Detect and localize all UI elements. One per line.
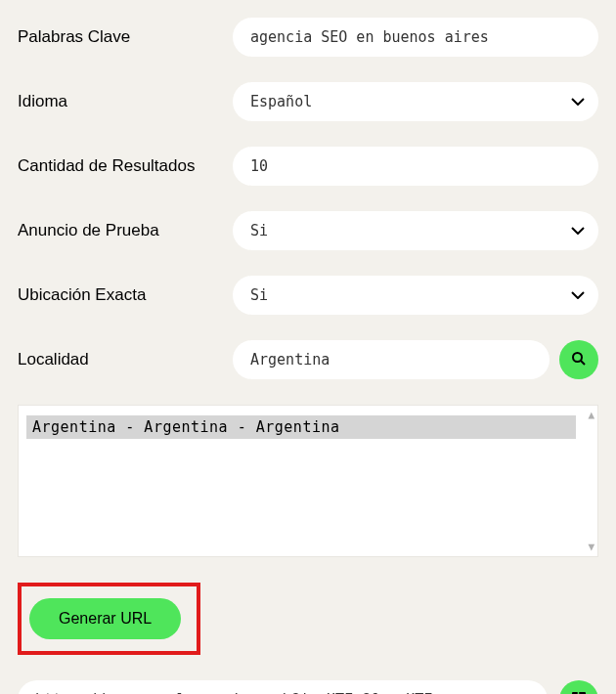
locality-label: Localidad (18, 350, 223, 369)
language-row: Idioma Español (18, 82, 598, 121)
search-icon (571, 351, 587, 369)
locality-input[interactable] (233, 340, 550, 379)
language-label: Idioma (18, 92, 223, 111)
open-url-button[interactable] (559, 680, 598, 694)
test-ad-select[interactable]: Si (233, 211, 598, 250)
list-item[interactable]: Argentina - Argentina - Argentina (26, 415, 576, 439)
search-button[interactable] (559, 340, 598, 379)
results-count-input[interactable] (233, 147, 598, 186)
test-ad-row: Anuncio de Prueba Si (18, 211, 598, 250)
exact-location-row: Ubicación Exacta Si (18, 276, 598, 315)
results-count-row: Cantidad de Resultados (18, 147, 598, 186)
results-list-box[interactable]: Argentina - Argentina - Argentina ▲ ▼ (18, 405, 598, 557)
svg-line-1 (581, 361, 585, 365)
locality-row: Localidad (18, 340, 598, 379)
keywords-label: Palabras Clave (18, 27, 223, 47)
generate-url-button[interactable]: Generar URL (29, 598, 181, 639)
keywords-input[interactable] (233, 18, 598, 57)
exact-location-select[interactable]: Si (233, 276, 598, 315)
test-ad-label: Anuncio de Prueba (18, 221, 223, 240)
language-select[interactable]: Español (233, 82, 598, 121)
scroll-up-icon: ▲ (588, 409, 594, 421)
url-output-row: https://www.google.com/search?ie=UTF-8&o… (18, 680, 598, 694)
results-count-label: Cantidad de Resultados (18, 156, 223, 176)
highlight-annotation: Generar URL (18, 583, 200, 655)
external-link-icon (571, 691, 587, 695)
keywords-row: Palabras Clave (18, 18, 598, 57)
exact-location-label: Ubicación Exacta (18, 285, 223, 305)
url-output[interactable]: https://www.google.com/search?ie=UTF-8&o… (18, 680, 548, 694)
svg-point-0 (573, 353, 582, 362)
scroll-down-icon: ▼ (588, 541, 594, 553)
